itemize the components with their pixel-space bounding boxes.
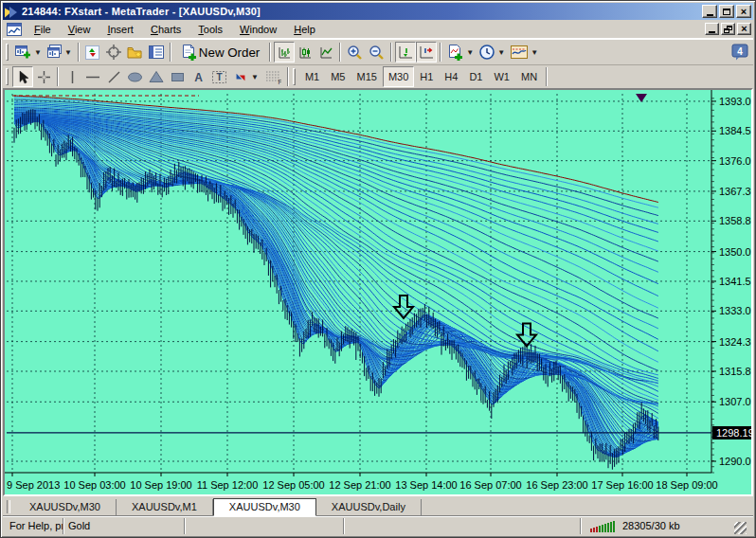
zoom-out-button[interactable] [366, 42, 387, 63]
price-tick-label: 1350.05 [719, 246, 753, 258]
market-watch-button[interactable] [82, 42, 103, 63]
timeframe-h1-button[interactable]: H1 [414, 66, 439, 87]
timeframe-m1-button[interactable]: M1 [299, 66, 325, 87]
menu-help[interactable]: Help [285, 22, 324, 37]
candlestick-icon [298, 45, 313, 60]
rectangle-icon [171, 71, 185, 83]
menu-charts[interactable]: Charts [142, 22, 189, 37]
navigator-button[interactable] [124, 42, 146, 63]
time-tick-label: 16 Sep 07:00 [459, 479, 521, 491]
chart-tab-3[interactable]: XAUUSDv,Daily [316, 499, 422, 515]
chart-tab-0[interactable]: XAUUSDv,M30 [14, 499, 117, 515]
menu-insert[interactable]: Insert [99, 22, 142, 37]
dropdown-caret-icon: ▼ [466, 48, 474, 57]
zoom-in-button[interactable] [344, 42, 366, 63]
time-tick-label: 17 Sep 16:00 [591, 479, 653, 491]
title-bar: 214844: FXstart - MetaTrader - [XAUUSDv,… [3, 3, 753, 20]
time-tick-label: 11 Sep 12:00 [197, 479, 259, 491]
menu-window[interactable]: Window [231, 22, 285, 37]
crosshair-tool-button[interactable] [33, 66, 54, 87]
horizontal-line-icon [85, 70, 100, 84]
indicators-button[interactable]: ▼ [444, 42, 477, 63]
cursor-tool-button[interactable] [12, 66, 33, 87]
menu-file[interactable]: File [26, 22, 60, 37]
data-window-icon [106, 45, 121, 60]
mql-community-button[interactable]: 4 [729, 42, 751, 63]
child-restore-icon [724, 26, 732, 33]
ellipse-tool-button[interactable] [124, 66, 146, 87]
resize-grip[interactable] [734, 522, 747, 534]
child-close-icon: × [741, 24, 747, 34]
chart-bars-button[interactable] [274, 42, 295, 63]
arrows-tool-button[interactable]: ▼ [230, 66, 261, 87]
timeframe-mn-button[interactable]: MN [515, 66, 543, 87]
child-restore-button[interactable] [721, 23, 735, 35]
price-chart[interactable]: 1393.051384.551376.051367.301358.801350.… [5, 90, 753, 496]
chart-line-button[interactable] [315, 42, 336, 63]
chart-candles-button[interactable] [295, 42, 315, 63]
chart-window-icon[interactable] [7, 23, 22, 36]
rectangle-tool-button[interactable] [167, 66, 188, 87]
triangle-tool-button[interactable] [146, 66, 167, 87]
status-symbol: Gold [63, 518, 185, 534]
timeframe-h4-button[interactable]: H4 [439, 66, 463, 87]
dropdown-caret-icon: ▼ [497, 48, 505, 57]
price-tick-label: 1315.80 [719, 366, 753, 377]
timeframe-w1-button[interactable]: W1 [488, 66, 515, 87]
price-tick-label: 1384.55 [719, 125, 753, 136]
chart-area[interactable]: 1393.051384.551376.051367.301358.801350.… [3, 88, 753, 496]
terminal-button[interactable] [146, 42, 167, 63]
toolbar-grip[interactable] [6, 44, 9, 61]
chart-tab-2[interactable]: XAUUSDv,M30 [213, 498, 316, 516]
menu-bar: FileViewInsertChartsToolsWindowHelp × [3, 20, 753, 39]
minimize-button[interactable] [702, 5, 717, 18]
fibonacci-tool-button[interactable]: F [261, 66, 284, 87]
templates-button[interactable]: ▼ [508, 42, 541, 63]
timeframe-m30-button[interactable]: M30 [383, 66, 414, 87]
toolbar-separator [339, 43, 341, 62]
menu-view[interactable]: View [60, 22, 99, 37]
chart-tab-bar: XAUUSDv,M30XAUUSDv,M1XAUUSDv,M30XAUUSDv,… [3, 496, 753, 515]
toolbar-grip[interactable] [293, 68, 296, 85]
maximize-button[interactable] [719, 5, 734, 18]
toolbar-grip[interactable] [6, 68, 9, 85]
profiles-button[interactable]: ▼ [45, 42, 75, 63]
child-close-button[interactable]: × [737, 23, 751, 35]
menu-items: FileViewInsertChartsToolsWindowHelp [26, 21, 705, 37]
toolbar-separator [546, 67, 548, 86]
text-tool-button[interactable]: A [188, 66, 208, 87]
new-chart-button[interactable]: ▼ [12, 42, 45, 63]
vertical-line-tool-button[interactable] [62, 66, 82, 87]
menu-tools[interactable]: Tools [189, 22, 231, 37]
templates-icon [511, 45, 528, 59]
new-order-button[interactable]: New Order [174, 42, 266, 63]
tabbar-grip [7, 500, 10, 513]
indicators-icon [447, 45, 463, 61]
timeframe-d1-button[interactable]: D1 [463, 66, 488, 87]
chart-tab-1[interactable]: XAUUSDv,M1 [117, 499, 213, 515]
price-tick-label: 1367.30 [719, 186, 753, 197]
toolbar-separator [269, 43, 271, 62]
profiles-icon [47, 45, 62, 60]
app-icon [5, 6, 18, 18]
cursor-icon [17, 70, 29, 84]
close-icon: × [741, 7, 747, 17]
periods-button[interactable]: ▼ [477, 42, 508, 63]
new-order-icon [181, 45, 197, 61]
chart-shift-button[interactable] [416, 42, 437, 63]
time-tick-label: 13 Sep 14:00 [395, 479, 457, 491]
close-button[interactable]: × [736, 5, 751, 18]
zoom-in-icon [347, 45, 363, 61]
timeframe-m15-button[interactable]: M15 [351, 66, 382, 87]
data-window-button[interactable] [103, 42, 124, 63]
child-minimize-button[interactable] [705, 23, 719, 35]
timeframe-m5-button[interactable]: M5 [325, 66, 351, 87]
triangle-icon [149, 70, 164, 83]
trendline-tool-button[interactable] [103, 66, 124, 87]
horizontal-line-tool-button[interactable] [82, 66, 103, 87]
minimize-icon [707, 14, 713, 16]
auto-scroll-button[interactable] [395, 42, 416, 63]
time-tick-label: 12 Sep 05:00 [262, 479, 324, 491]
terminal-icon [149, 45, 164, 59]
text-label-tool-button[interactable]: T [208, 66, 230, 87]
